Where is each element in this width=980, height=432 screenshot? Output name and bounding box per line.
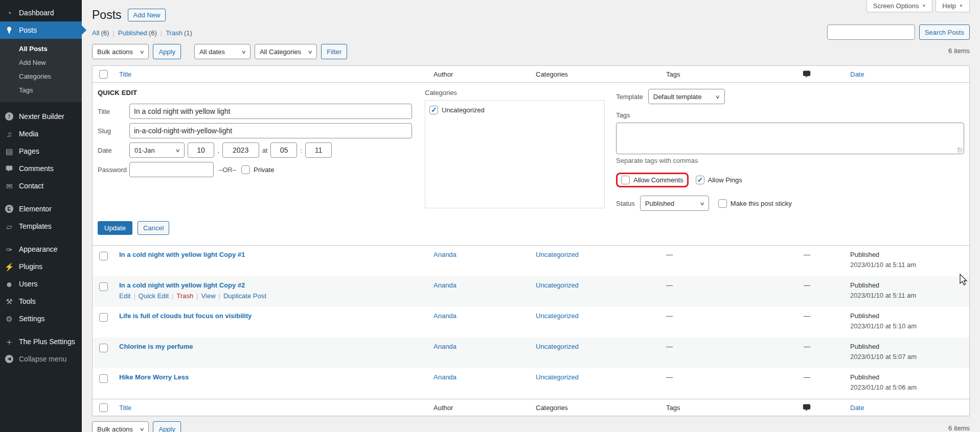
status-select[interactable]: Published ∨ (640, 196, 709, 211)
private-checkbox[interactable] (241, 165, 250, 174)
sidebar-item-add-new[interactable]: Add New (0, 56, 82, 69)
search-area: Search Posts (827, 25, 970, 40)
trash-action[interactable]: Trash (176, 292, 201, 300)
pushpin-icon (4, 27, 14, 34)
sidebar-item-the-plus-settings[interactable]: ＋ The Plus Settings (0, 333, 82, 350)
sidebar-item-label: Settings (19, 315, 45, 323)
sidebar-item-templates[interactable]: ▱ Templates (0, 218, 82, 235)
sidebar-item-appearance[interactable]: ✑ Appearance (0, 241, 82, 258)
allow-pings-checkbox[interactable] (696, 176, 704, 184)
view-trash-link[interactable]: Trash (166, 29, 183, 37)
post-title-link[interactable]: In a cold night with yellow light Copy #… (119, 251, 245, 258)
column-title[interactable]: Title (114, 404, 428, 412)
hour-field[interactable] (270, 142, 297, 158)
view-published-link[interactable]: Published (118, 29, 147, 37)
sidebar-item-comments[interactable]: Comments (0, 160, 82, 177)
help-button[interactable]: Help ▼ (936, 0, 970, 12)
apply-button[interactable]: Apply (153, 44, 181, 59)
search-posts-button[interactable]: Search Posts (919, 25, 970, 40)
author-link[interactable]: Ananda (434, 281, 457, 289)
password-field[interactable] (129, 162, 214, 177)
view-action[interactable]: View (201, 292, 223, 300)
row-checkbox[interactable] (99, 282, 108, 291)
post-title-link[interactable]: Life is full of clouds but focus on visi… (119, 312, 252, 320)
post-title-link[interactable]: Hike More Worry Less (119, 373, 189, 381)
post-title-link[interactable]: Chlorine is my perfume (119, 343, 193, 350)
row-checkbox[interactable] (99, 374, 108, 383)
sidebar-item-dashboard[interactable]: ◔ Dashboard (0, 4, 82, 21)
allow-comments-checkbox[interactable] (621, 176, 630, 184)
categories-box[interactable]: Uncategorized (425, 100, 605, 208)
post-title-link[interactable]: In a cold night with yellow light Copy #… (119, 281, 245, 289)
apply-button[interactable]: Apply (153, 421, 181, 432)
author-link[interactable]: Ananda (434, 251, 457, 258)
cancel-button[interactable]: Cancel (138, 221, 169, 235)
sidebar-item-tags[interactable]: Tags (0, 83, 82, 97)
items-count: 6 items (948, 47, 970, 55)
row-checkbox[interactable] (99, 252, 108, 260)
author-link[interactable]: Ananda (434, 373, 457, 381)
resize-grip-icon[interactable] (958, 148, 963, 153)
sidebar-item-nexter-builder[interactable]: ! Nexter Builder (0, 108, 82, 125)
template-select[interactable]: Default template ∨ (648, 89, 725, 104)
tablenav-bottom: Bulk actions ∨ Apply 6 items (92, 421, 970, 432)
sidebar-item-categories[interactable]: Categories (0, 69, 82, 83)
select-all-checkbox[interactable] (99, 70, 108, 79)
year-field[interactable] (222, 142, 259, 158)
column-date[interactable]: Date (845, 70, 969, 78)
sidebar-item-posts[interactable]: Posts (0, 21, 82, 39)
sidebar-item-pages[interactable]: ▤ Pages (0, 142, 82, 160)
view-published[interactable]: Published (6) (118, 29, 166, 37)
sticky-checkbox[interactable] (718, 199, 727, 208)
sidebar-item-all-posts[interactable]: All Posts (0, 42, 82, 56)
sidebar-item-media[interactable]: ♫ Media (0, 125, 82, 142)
sidebar-item-label: Tools (19, 297, 36, 305)
category-link[interactable]: Uncategorized (536, 373, 579, 381)
row-actions: EditQuick EditTrashViewDuplicate Post (119, 292, 423, 300)
screen-options-button[interactable]: Screen Options ▼ (867, 0, 933, 12)
category-link[interactable]: Uncategorized (536, 281, 579, 289)
view-trash[interactable]: Trash (1) (166, 29, 192, 37)
bulk-actions-value: Bulk actions (97, 48, 133, 56)
tags-textarea[interactable] (616, 123, 964, 154)
title-field[interactable] (129, 104, 412, 119)
day-field[interactable] (188, 142, 214, 158)
edit-action[interactable]: Edit (119, 292, 139, 300)
column-date[interactable]: Date (845, 404, 969, 412)
update-button[interactable]: Update (98, 221, 132, 235)
comments-value: — (796, 338, 845, 355)
filter-button[interactable]: Filter (321, 44, 347, 59)
column-title[interactable]: Title (114, 70, 428, 78)
duplicate-post-action[interactable]: Duplicate Post (223, 292, 266, 300)
sidebar-item-settings[interactable]: ⚙ Settings (0, 310, 82, 327)
add-new-button[interactable]: Add New (128, 9, 166, 21)
quick-edit-action[interactable]: Quick Edit (139, 292, 177, 300)
quick-edit-legend: QUICK EDIT (98, 89, 412, 97)
sidebar-item-plugins[interactable]: ⚡ Plugins (0, 258, 82, 275)
month-select[interactable]: 01-Jan ∨ (129, 142, 185, 158)
bulk-actions-select[interactable]: Bulk actions ∨ (92, 44, 149, 59)
view-all[interactable]: All (6) (92, 29, 118, 37)
slug-field[interactable] (129, 123, 412, 138)
uncategorized-checkbox[interactable] (429, 106, 438, 114)
chevron-down-icon: ▼ (959, 4, 963, 8)
sidebar-item-tools[interactable]: ⚒ Tools (0, 293, 82, 310)
select-all-checkbox[interactable] (99, 403, 108, 412)
view-all-link[interactable]: All (92, 29, 99, 37)
minute-field[interactable] (305, 142, 332, 158)
category-link[interactable]: Uncategorized (536, 312, 579, 320)
sidebar-item-contact[interactable]: ✉ Contact (0, 177, 82, 195)
row-checkbox[interactable] (99, 313, 108, 322)
sidebar-item-collapse-menu[interactable]: ◀ Collapse menu (0, 350, 82, 368)
sidebar-item-users[interactable]: ☻ Users (0, 275, 82, 293)
dates-filter-select[interactable]: All dates ∨ (194, 44, 250, 59)
bulk-actions-select[interactable]: Bulk actions ∨ (92, 421, 149, 432)
categories-filter-select[interactable]: All Categories ∨ (255, 44, 317, 59)
author-link[interactable]: Ananda (434, 312, 457, 320)
sidebar-item-elementor[interactable]: E Elementor (0, 200, 82, 218)
row-checkbox[interactable] (99, 344, 108, 352)
category-link[interactable]: Uncategorized (536, 251, 579, 258)
author-link[interactable]: Ananda (434, 343, 457, 350)
search-input[interactable] (827, 25, 915, 40)
category-link[interactable]: Uncategorized (536, 343, 579, 350)
